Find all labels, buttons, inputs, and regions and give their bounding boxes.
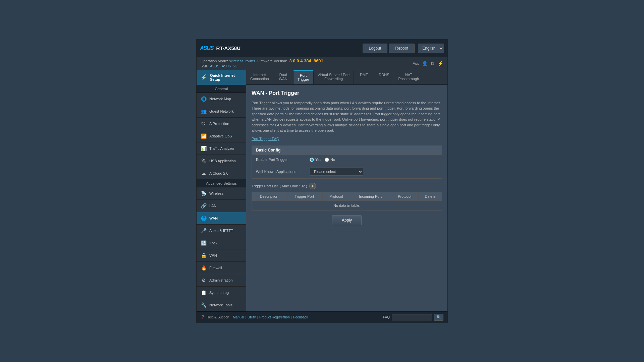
operation-mode-label: Operation Mode: [201,59,228,63]
network-tools-icon: 🔧 [201,302,207,308]
sidebar-item-wan[interactable]: 🌐 WAN [197,212,246,225]
tab-nat-passthrough-label: NATPassthrough [398,73,419,81]
sidebar-item-system-log[interactable]: 📋 System Log [197,287,246,299]
col-delete: Delete [418,192,442,200]
alexa-ifttt-label: Alexa & IFTTT [209,229,233,233]
reboot-button[interactable]: Reboot [389,44,415,53]
logout-button[interactable]: Logout [363,44,388,53]
sep-2: | [257,315,258,319]
tab-dual-wan-label: DualWAN [279,73,287,81]
sidebar-item-alexa-ifttt[interactable]: 🎤 Alexa & IFTTT [197,225,246,237]
language-select[interactable]: English [418,44,444,53]
network-tools-label: Network Tools [209,303,232,307]
ssid-label: SSID: [201,64,209,68]
aicloud-label: AiCloud 2.0 [209,171,228,175]
footer-links: ❓ Help & Support Manual | Utility | Prod… [201,315,308,319]
radio-yes-text: Yes [315,158,321,162]
col-incoming-port: Incoming Port [350,192,391,200]
monitor-icon[interactable]: 🖥 [430,61,435,66]
radio-yes-input[interactable] [310,158,314,162]
model-name: RT-AX58U [216,45,240,51]
trigger-port-list-header: Trigger Port List ( Max Limit : 32 ) + [252,183,442,189]
sidebar-item-aiprotection[interactable]: 🛡 AiProtection [197,118,246,130]
quick-setup-label: Quick Internet Setup [210,73,242,81]
col-trigger-port: Trigger Port [286,192,322,200]
sidebar-item-firewall[interactable]: 🔥 Firewall [197,262,246,274]
enable-port-trigger-label: Enable Port Trigger [256,158,310,162]
trigger-port-list-label: Trigger Port List [252,184,278,188]
wan-icon: 🌐 [201,215,207,221]
vpn-icon: 🔒 [201,252,207,258]
faq-search-input[interactable] [392,314,432,320]
app-label: App [413,61,419,65]
lan-icon: 🔗 [201,203,207,209]
tab-port-trigger[interactable]: PortTrigger [293,70,314,84]
sidebar-item-guest-network[interactable]: 👥 Guest Network [197,105,246,118]
basic-config-section: Basic Config Enable Port Trigger Yes [252,145,442,179]
trigger-port-table: Description Trigger Port Protocol Incomi… [252,192,442,210]
apply-button[interactable]: Apply [332,215,362,225]
sidebar-item-wireless[interactable]: 📡 Wireless [197,187,246,200]
manual-link[interactable]: Manual [233,315,244,319]
radio-no-label[interactable]: No [325,158,335,162]
radio-yes-label[interactable]: Yes [310,158,321,162]
page-description: Port Trigger allows you to temporarily o… [252,100,442,133]
operation-mode-value: Wireless_router [229,59,255,63]
sidebar-item-vpn[interactable]: 🔒 VPN [197,249,246,262]
tab-nat-passthrough[interactable]: NATPassthrough [394,70,423,84]
tab-dual-wan[interactable]: DualWAN [273,70,293,84]
sidebar-item-traffic-analyzer[interactable]: 📊 Traffic Analyzer [197,142,246,155]
administration-label: Administration [209,278,233,282]
tab-ddns[interactable]: DDNS [374,70,394,84]
sidebar-item-adaptive-qos[interactable]: 📶 Adaptive QoS [197,130,246,142]
user-icon[interactable]: 👤 [422,61,428,66]
tab-virtual-server-label: Virtual Server / PortForwarding [318,73,350,81]
radio-no-text: No [330,158,335,162]
status-icons: App 👤 🖥 ⚡ [413,61,443,66]
tab-dmz[interactable]: DMZ [354,70,374,84]
vpn-label: VPN [209,253,217,257]
sidebar-item-ipv6[interactable]: 🔢 IPv6 [197,237,246,249]
firmware-label: Firmware Version: [256,59,288,63]
add-trigger-port-button[interactable]: + [309,183,316,189]
quick-setup-button[interactable]: ⚡ Quick Internet Setup [197,70,246,85]
feedback-link[interactable]: Feedback [293,315,308,319]
lan-label: LAN [209,204,216,208]
usb-icon[interactable]: ⚡ [438,61,443,66]
trigger-port-max-limit: ( Max Limit : 32 ) [280,184,307,188]
col-description: Description [252,192,286,200]
sidebar-item-usb-application[interactable]: 🔌 USB Application [197,155,246,167]
tab-port-trigger-label: PortTrigger [298,73,309,81]
system-log-label: System Log [209,291,229,295]
tab-internet-connection[interactable]: InternetConnection [246,70,273,84]
aiprotection-label: AiProtection [209,122,229,126]
sidebar-item-administration[interactable]: ⚙ Administration [197,274,246,287]
tab-dmz-label: DMZ [360,73,368,77]
alexa-ifttt-icon: 🎤 [201,228,207,234]
sep-1: | [245,315,246,319]
sidebar-item-lan[interactable]: 🔗 LAN [197,200,246,212]
well-known-apps-label: Well-Known Applications [256,170,310,174]
tab-virtual-server[interactable]: Virtual Server / PortForwarding [314,70,354,84]
utility-link[interactable]: Utility [248,315,256,319]
adaptive-qos-icon: 📶 [201,133,207,139]
advanced-section-header: Advanced Settings [197,180,246,187]
radio-no-input[interactable] [325,158,329,162]
well-known-apps-row: Well-Known Applications Please select [252,165,442,178]
ssid-row: SSID: ASUS ASUS_5G [201,64,237,68]
sidebar-item-network-map[interactable]: 🌐 Network Map [197,93,246,105]
enable-port-trigger-value: Yes No [310,158,335,162]
sidebar-item-network-tools[interactable]: 🔧 Network Tools [197,299,246,311]
main-layout: ⚡ Quick Internet Setup General 🌐 Network… [197,70,447,311]
well-known-apps-select[interactable]: Please select [310,168,363,176]
sidebar-item-aicloud[interactable]: ☁ AiCloud 2.0 [197,167,246,180]
faq-link[interactable]: Port Trigger FAQ [252,137,279,141]
footer-faq: FAQ 🔍 [383,314,443,321]
ipv6-label: IPv6 [209,241,217,245]
aiprotection-icon: 🛡 [201,121,207,127]
faq-search-button[interactable]: 🔍 [434,314,443,321]
firewall-label: Firewall [209,266,222,270]
page-content: WAN - Port Trigger Port Trigger allows y… [246,85,447,311]
wireless-icon: 📡 [201,190,207,196]
product-reg-link[interactable]: Product Registration [259,315,290,319]
